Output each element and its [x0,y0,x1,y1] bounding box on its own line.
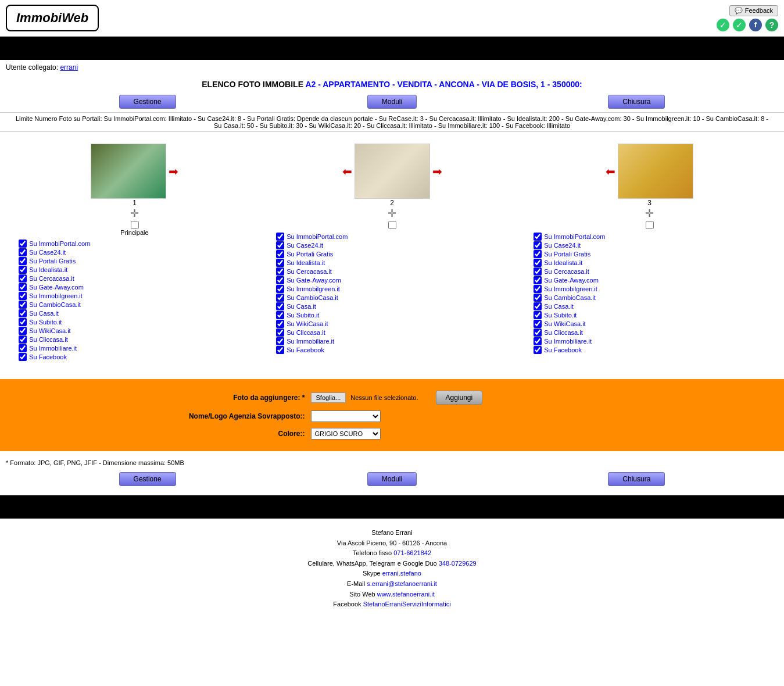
sito-link[interactable]: www.stefanoerrani.it [377,591,435,598]
portal-link[interactable]: Su Portali Gratis [544,251,590,258]
browse-button[interactable]: Sfoglia... [311,392,346,403]
portal-link[interactable]: Su Immobiliare.it [287,338,334,345]
portal-link[interactable]: Su Portali Gratis [29,258,76,265]
portal-check[interactable] [19,318,27,326]
portal-link[interactable]: Su Cliccasa.it [29,336,68,343]
fb-link[interactable]: StefanoErraniServiziInformatici [363,601,451,608]
arrow-left-3[interactable]: ⬅ [606,166,615,177]
portal-link[interactable]: Su Subito.it [544,312,577,319]
skype-link[interactable]: errani.stefano [382,570,421,577]
portal-link[interactable]: Su CambioCasa.it [287,294,338,301]
portal-link[interactable]: Su Case24.it [29,249,66,256]
portal-link[interactable]: Su Facebook [287,346,324,353]
portal-check[interactable] [276,241,284,249]
portal-check[interactable] [276,276,284,284]
portal-link[interactable]: Su Subito.it [29,319,62,326]
portal-link[interactable]: Su CambioCasa.it [29,301,81,308]
check-icon-2[interactable]: ✓ [733,19,746,31]
portal-check[interactable] [276,346,284,354]
portal-link[interactable]: Su Gate-Away.com [29,284,84,291]
portal-link[interactable]: Su ImmobiPortal.com [287,233,348,240]
portal-check[interactable] [534,337,542,345]
arrow-left-2[interactable]: ⬅ [342,166,352,177]
portal-check[interactable] [276,294,284,302]
portal-check[interactable] [534,328,542,337]
portal-check[interactable] [276,320,284,328]
chiusura-button-top[interactable]: Chiusura [608,95,665,109]
portal-check[interactable] [534,285,542,293]
arrow-right-2[interactable]: ➡ [432,166,442,177]
email-link[interactable]: s.errani@stefanoerrani.it [367,580,437,587]
gestione-button-top[interactable]: Gestione [119,95,176,109]
chiusura-button-bottom[interactable]: Chiusura [608,472,665,486]
portal-link[interactable]: Su Gate-Away.com [287,277,341,284]
gestione-button-bottom[interactable]: Gestione [119,472,176,486]
moduli-button-bottom[interactable]: Moduli [367,472,417,486]
portal-check[interactable] [19,309,27,317]
arrow-right-1[interactable]: ➡ [169,166,178,177]
portal-check[interactable] [276,233,284,241]
portal-check[interactable] [19,335,27,344]
portal-check[interactable] [19,292,27,300]
portal-check[interactable] [276,259,284,267]
portal-link[interactable]: Su ImmobiPortal.com [29,240,90,247]
portal-link[interactable]: Su Immobilgreen.it [29,292,83,299]
portal-check[interactable] [19,301,27,309]
portal-link[interactable]: Su Casa.it [544,303,574,310]
portal-link[interactable]: Su Idealista.it [29,266,67,273]
portal-link[interactable]: Su Immobiliare.it [544,338,592,345]
portal-link[interactable]: Su Gate-Away.com [544,277,599,284]
portal-link[interactable]: Su Facebook [29,353,67,360]
portal-link[interactable]: Su Portali Gratis [287,251,333,258]
move-icon-2[interactable]: ✛ [388,207,396,220]
portal-check[interactable] [19,266,27,274]
delete-checkbox-2[interactable] [388,221,396,229]
portal-link[interactable]: Su Cliccasa.it [287,329,325,336]
portal-link[interactable]: Su CambioCasa.it [544,294,596,301]
portal-link[interactable]: Su Cercacasa.it [29,275,74,282]
facebook-icon[interactable]: f [749,19,762,31]
portal-link[interactable]: Su Immobilgreen.it [287,285,340,292]
portal-check[interactable] [534,267,542,276]
portal-check[interactable] [276,337,284,345]
delete-checkbox-3[interactable] [646,221,654,229]
portal-link[interactable]: Su Idealista.it [287,259,325,266]
portal-link[interactable]: Su Cliccasa.it [544,329,583,336]
portal-link[interactable]: Su Cercacasa.it [287,268,332,275]
moduli-button-top[interactable]: Moduli [367,95,417,109]
portal-check[interactable] [534,259,542,267]
portal-check[interactable] [276,285,284,293]
portal-check[interactable] [534,320,542,328]
portal-link[interactable]: Su ImmobiPortal.com [544,233,605,240]
username-link[interactable]: errani [60,63,78,72]
move-icon-3[interactable]: ✛ [645,207,654,220]
portal-link[interactable]: Su Cercacasa.it [544,268,589,275]
feedback-button[interactable]: 💬 Feedback [729,5,778,16]
portal-link[interactable]: Su WikiCasa.it [544,320,586,327]
portal-check[interactable] [19,344,27,352]
portal-link[interactable]: Su Facebook [544,346,582,353]
portal-check[interactable] [19,248,27,256]
portal-check[interactable] [534,233,542,241]
portal-link[interactable]: Su WikiCasa.it [29,327,71,334]
portal-link[interactable]: Su Subito.it [287,312,319,319]
check-icon-1[interactable]: ✓ [717,19,729,31]
portal-link[interactable]: Su Casa.it [29,310,59,317]
portal-check[interactable] [19,353,27,361]
cellulare-link[interactable]: 348-0729629 [439,560,477,567]
portal-link[interactable]: Su Idealista.it [544,259,582,266]
portal-check[interactable] [534,276,542,284]
portal-check[interactable] [276,311,284,319]
portal-link[interactable]: Su Immobilgreen.it [544,285,597,292]
portal-check[interactable] [534,294,542,302]
logo-select[interactable] [311,410,381,422]
move-icon-1[interactable]: ✛ [130,207,139,220]
portal-check[interactable] [276,250,284,258]
portal-link[interactable]: Su Case24.it [287,242,323,249]
portal-check[interactable] [276,328,284,337]
portal-check[interactable] [534,302,542,310]
portal-check[interactable] [534,241,542,249]
portal-link[interactable]: Su WikiCasa.it [287,320,328,327]
portal-check[interactable] [276,302,284,310]
portal-link[interactable]: Su Case24.it [544,242,581,249]
